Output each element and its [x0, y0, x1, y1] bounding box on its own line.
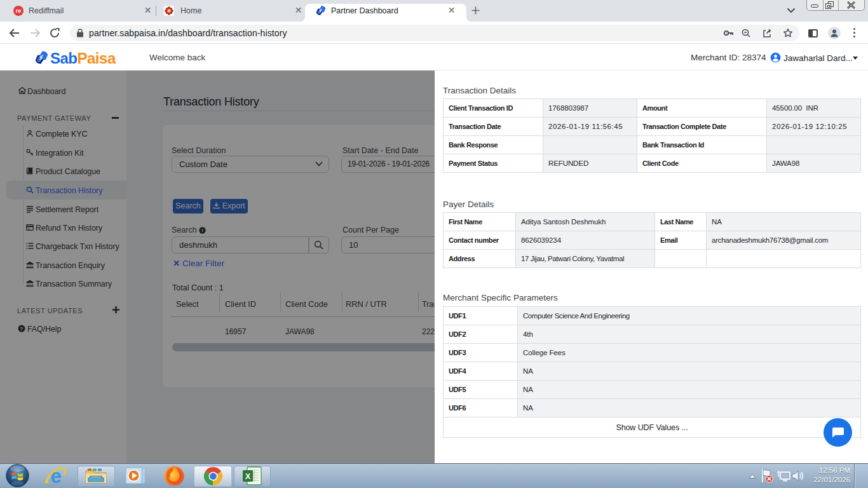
svg-text:X: X: [245, 471, 251, 481]
